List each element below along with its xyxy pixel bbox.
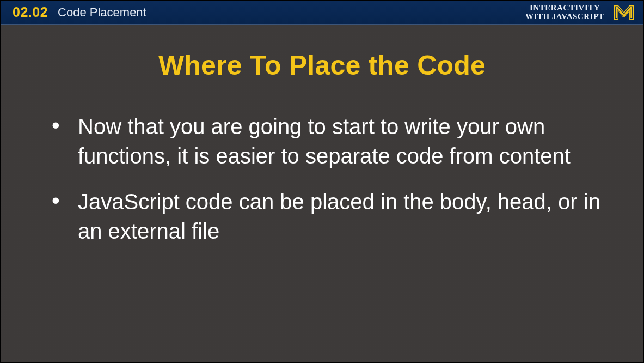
course-title: INTERACTIVITY WITH JAVASCRIPT <box>525 4 604 21</box>
lesson-number: 02.02 <box>13 4 48 20</box>
lesson-title: Code Placement <box>58 5 146 20</box>
course-block: INTERACTIVITY WITH JAVASCRIPT <box>525 4 634 21</box>
course-title-line1: INTERACTIVITY <box>525 4 604 13</box>
slide: 02.02 Code Placement INTERACTIVITY WITH … <box>0 0 644 363</box>
bullet-item: JavaScript code can be placed in the bod… <box>41 187 603 246</box>
bullet-item: Now that you are going to start to write… <box>41 112 603 171</box>
top-bar: 02.02 Code Placement INTERACTIVITY WITH … <box>1 1 643 25</box>
course-title-line2: WITH JAVASCRIPT <box>525 13 604 21</box>
bullet-list: Now that you are going to start to write… <box>41 112 603 246</box>
slide-content: Where To Place the Code Now that you are… <box>1 33 643 362</box>
slide-heading: Where To Place the Code <box>41 50 603 81</box>
michigan-logo-icon <box>614 5 634 20</box>
